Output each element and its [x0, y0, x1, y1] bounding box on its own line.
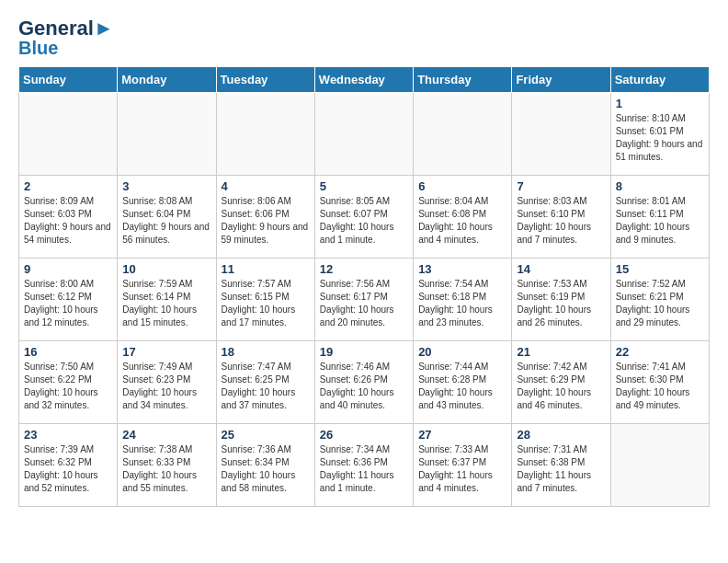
calendar-week-row: 1Sunrise: 8:10 AMSunset: 6:01 PMDaylight… — [19, 93, 710, 176]
cell-info: Daylight: 10 hours and 7 minutes. — [517, 221, 605, 247]
day-number: 13 — [418, 262, 506, 276]
cell-info: Sunset: 6:26 PM — [320, 373, 408, 386]
cell-info: Daylight: 10 hours and 15 minutes. — [122, 304, 210, 329]
cell-info: Daylight: 10 hours and 9 minutes. — [616, 221, 704, 247]
page-header: General► Blue — [18, 18, 710, 57]
cell-info: Daylight: 11 hours and 1 minute. — [320, 469, 408, 495]
cell-info: Sunset: 6:36 PM — [320, 456, 408, 469]
cell-info: Daylight: 10 hours and 32 minutes. — [24, 386, 112, 412]
calendar-cell: 27Sunrise: 7:33 AMSunset: 6:37 PMDayligh… — [414, 424, 512, 507]
cell-info: Sunset: 6:17 PM — [320, 291, 408, 304]
calendar-cell: 10Sunrise: 7:59 AMSunset: 6:14 PMDayligh… — [118, 259, 216, 341]
cell-info: Sunset: 6:15 PM — [222, 291, 310, 304]
cell-info: Sunrise: 7:52 AM — [616, 278, 704, 291]
cell-info: Sunrise: 7:50 AM — [24, 361, 112, 373]
cell-info: Daylight: 10 hours and 23 minutes. — [418, 304, 506, 329]
calendar-week-row: 9Sunrise: 8:00 AMSunset: 6:12 PMDaylight… — [19, 259, 710, 341]
cell-info: Sunrise: 7:36 AM — [222, 443, 310, 456]
day-number: 27 — [418, 428, 506, 442]
calendar-cell: 11Sunrise: 7:57 AMSunset: 6:15 PMDayligh… — [216, 259, 314, 341]
cell-info: Daylight: 10 hours and 4 minutes. — [418, 221, 506, 247]
day-number: 8 — [616, 179, 704, 193]
calendar-body: 1Sunrise: 8:10 AMSunset: 6:01 PMDaylight… — [19, 93, 710, 507]
cell-info: Daylight: 10 hours and 46 minutes. — [517, 386, 605, 412]
cell-info: Sunrise: 8:00 AM — [24, 278, 112, 291]
cell-info: Sunrise: 7:49 AM — [122, 361, 210, 373]
cell-info: Sunrise: 7:59 AM — [122, 278, 210, 291]
calendar-cell: 2Sunrise: 8:09 AMSunset: 6:03 PMDaylight… — [19, 176, 118, 259]
cell-info: Sunrise: 7:31 AM — [517, 443, 605, 456]
cell-info: Sunrise: 8:06 AM — [222, 195, 310, 208]
calendar-table: SundayMondayTuesdayWednesdayThursdayFrid… — [18, 66, 710, 507]
cell-info: Daylight: 10 hours and 58 minutes. — [222, 469, 310, 495]
calendar-cell: 6Sunrise: 8:04 AMSunset: 6:08 PMDaylight… — [414, 176, 512, 259]
cell-info: Sunrise: 7:47 AM — [222, 361, 310, 373]
calendar-cell: 19Sunrise: 7:46 AMSunset: 6:26 PMDayligh… — [314, 341, 413, 424]
calendar-cell — [118, 93, 216, 176]
cell-info: Daylight: 10 hours and 12 minutes. — [24, 304, 112, 329]
cell-info: Sunset: 6:11 PM — [616, 208, 704, 221]
day-number: 3 — [122, 179, 210, 193]
cell-info: Sunset: 6:18 PM — [418, 291, 506, 304]
cell-info: Sunset: 6:30 PM — [616, 373, 704, 386]
day-number: 14 — [517, 262, 605, 276]
cell-info: Sunset: 6:01 PM — [616, 125, 704, 138]
cell-info: Sunrise: 7:41 AM — [616, 361, 704, 373]
cell-info: Sunset: 6:06 PM — [222, 208, 310, 221]
cell-info: Daylight: 10 hours and 26 minutes. — [517, 304, 605, 329]
cell-info: Sunrise: 7:56 AM — [320, 278, 408, 291]
cell-info: Sunrise: 8:03 AM — [517, 195, 605, 208]
cell-info: Sunrise: 7:57 AM — [222, 278, 310, 291]
calendar-cell: 24Sunrise: 7:38 AMSunset: 6:33 PMDayligh… — [118, 424, 216, 507]
cell-info: Daylight: 9 hours and 59 minutes. — [222, 221, 310, 247]
day-number: 12 — [320, 262, 408, 276]
day-number: 23 — [24, 428, 112, 442]
calendar-cell: 1Sunrise: 8:10 AMSunset: 6:01 PMDaylight… — [610, 93, 709, 176]
day-number: 17 — [122, 345, 210, 359]
calendar-cell: 16Sunrise: 7:50 AMSunset: 6:22 PMDayligh… — [19, 341, 118, 424]
logo-text: General► — [18, 18, 114, 39]
calendar-cell: 5Sunrise: 8:05 AMSunset: 6:07 PMDaylight… — [314, 176, 413, 259]
calendar-header-cell: Friday — [512, 67, 610, 93]
calendar-week-row: 23Sunrise: 7:39 AMSunset: 6:32 PMDayligh… — [19, 424, 710, 507]
cell-info: Sunset: 6:37 PM — [418, 456, 506, 469]
cell-info: Daylight: 10 hours and 29 minutes. — [616, 304, 704, 329]
cell-info: Sunrise: 7:46 AM — [320, 361, 408, 373]
cell-info: Daylight: 10 hours and 49 minutes. — [616, 386, 704, 412]
calendar-cell: 13Sunrise: 7:54 AMSunset: 6:18 PMDayligh… — [414, 259, 512, 341]
cell-info: Daylight: 11 hours and 4 minutes. — [418, 469, 506, 495]
calendar-cell: 7Sunrise: 8:03 AMSunset: 6:10 PMDaylight… — [512, 176, 610, 259]
cell-info: Daylight: 10 hours and 55 minutes. — [122, 469, 210, 495]
cell-info: Sunrise: 8:04 AM — [418, 195, 506, 208]
cell-info: Sunset: 6:33 PM — [122, 456, 210, 469]
cell-info: Sunset: 6:32 PM — [24, 456, 112, 469]
day-number: 18 — [222, 345, 310, 359]
cell-info: Daylight: 10 hours and 34 minutes. — [122, 386, 210, 412]
cell-info: Daylight: 10 hours and 40 minutes. — [320, 386, 408, 412]
calendar-cell: 9Sunrise: 8:00 AMSunset: 6:12 PMDaylight… — [19, 259, 118, 341]
cell-info: Sunrise: 7:54 AM — [418, 278, 506, 291]
cell-info: Sunset: 6:25 PM — [222, 373, 310, 386]
calendar-header-row: SundayMondayTuesdayWednesdayThursdayFrid… — [19, 67, 710, 93]
day-number: 9 — [24, 262, 112, 276]
day-number: 6 — [418, 179, 506, 193]
calendar-header-cell: Thursday — [414, 67, 512, 93]
cell-info: Sunset: 6:19 PM — [517, 291, 605, 304]
day-number: 1 — [616, 97, 704, 110]
cell-info: Sunset: 6:23 PM — [122, 373, 210, 386]
day-number: 15 — [616, 262, 704, 276]
day-number: 20 — [418, 345, 506, 359]
cell-info: Sunrise: 8:05 AM — [320, 195, 408, 208]
calendar-cell: 26Sunrise: 7:34 AMSunset: 6:36 PMDayligh… — [314, 424, 413, 507]
cell-info: Daylight: 10 hours and 20 minutes. — [320, 304, 408, 329]
calendar-cell: 17Sunrise: 7:49 AMSunset: 6:23 PMDayligh… — [118, 341, 216, 424]
day-number: 25 — [222, 428, 310, 442]
calendar-cell: 8Sunrise: 8:01 AMSunset: 6:11 PMDaylight… — [610, 176, 709, 259]
day-number: 24 — [122, 428, 210, 442]
cell-info: Sunrise: 8:09 AM — [24, 195, 112, 208]
calendar-header-cell: Tuesday — [216, 67, 314, 93]
day-number: 7 — [517, 179, 605, 193]
calendar-cell: 25Sunrise: 7:36 AMSunset: 6:34 PMDayligh… — [216, 424, 314, 507]
cell-info: Sunset: 6:22 PM — [24, 373, 112, 386]
calendar-cell: 14Sunrise: 7:53 AMSunset: 6:19 PMDayligh… — [512, 259, 610, 341]
